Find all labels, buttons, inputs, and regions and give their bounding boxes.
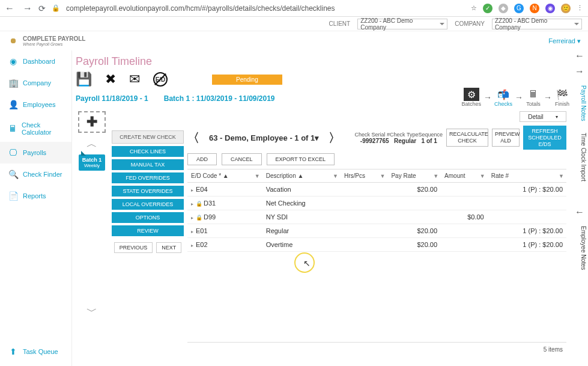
ext-icon-orange[interactable]: N <box>530 4 539 13</box>
tab-state-overrides[interactable]: STATE OVERRIDES <box>112 186 184 197</box>
step-checks[interactable]: 📬Checks <box>494 88 512 107</box>
browser-back-icon[interactable]: ← <box>5 3 14 14</box>
table-row[interactable]: ▸🔒D31Net Checking <box>187 197 566 210</box>
sidebar-item-reports[interactable]: 📄Reports <box>0 185 71 207</box>
tab-options[interactable]: OPTIONS <box>112 212 184 223</box>
table-row[interactable]: ▸E04Vacation$20.001 (P) : $20.00 <box>187 183 566 197</box>
browser-forward-icon[interactable]: → <box>23 3 32 14</box>
lock-icon: 🔒 <box>196 215 202 221</box>
filter-icon[interactable]: ▼ <box>380 173 385 179</box>
recalculate-button[interactable]: RECALCULATE CHECK <box>446 129 488 147</box>
refresh-eds-button[interactable]: REFRESH SCHEDULED E/DS <box>523 126 566 150</box>
tab-manual-tax[interactable]: MANUAL TAX <box>112 159 184 170</box>
sidebar-item-dashboard[interactable]: ◉Dashboard <box>0 50 71 72</box>
col-edcode[interactable]: E/D Code * ▲▼ <box>187 169 262 183</box>
tab-employee-notes[interactable]: Employee Notes <box>571 222 588 273</box>
tab-fed-overrides[interactable]: FED OVERRIDES <box>112 172 184 183</box>
expand-icon[interactable]: ▸ <box>191 201 193 207</box>
logo-text: COMPLETE PAYROLL <box>23 35 85 42</box>
address-bar[interactable]: completepayroll.evolutionpayroll.com/hcm… <box>66 4 465 13</box>
collapse-right-icon[interactable]: → <box>571 66 588 77</box>
expand-icon[interactable]: ▸ <box>191 243 193 248</box>
col-payrate[interactable]: Pay Rate▼ <box>387 169 441 183</box>
col-amount[interactable]: Amount▼ <box>441 169 488 183</box>
tab-time-clock-import[interactable]: Time Clock Import <box>571 129 588 185</box>
add-button[interactable]: ADD <box>187 153 217 165</box>
step-batches[interactable]: ⚙Batches <box>461 88 481 107</box>
sidebar-item-employees[interactable]: 👤Employees <box>0 94 71 115</box>
sidebar-item-payrolls[interactable]: 🖵Payrolls <box>0 142 71 163</box>
check-lines-table: E/D Code * ▲▼ Description ▲▼ Hrs/Pcs▼ Pa… <box>187 169 566 252</box>
page-title: Payroll Timeline <box>76 55 566 68</box>
ext-icon-grey[interactable]: ◆ <box>499 4 508 13</box>
filter-icon[interactable]: ▼ <box>433 173 438 179</box>
collapse-left-icon[interactable]: ← <box>571 50 588 61</box>
timeline-steps: ⚙Batches → 📬Checks → 🖩Totals → 🏁Finish <box>461 88 570 107</box>
reports-icon: 📄 <box>8 191 18 201</box>
tab-review[interactable]: REVIEW <box>112 225 184 236</box>
save-icon[interactable]: 💾 <box>76 72 92 87</box>
create-check-button[interactable]: CREATE NEW CHECK <box>112 130 184 144</box>
collapse-left-icon-2[interactable]: ← <box>571 207 588 218</box>
batch-down-icon[interactable]: ﹀ <box>86 304 97 319</box>
sidebar-item-company[interactable]: 🏢Company <box>0 72 71 94</box>
step-totals[interactable]: 🖩Totals <box>526 88 541 107</box>
employee-label: 63 - Demo, Employee - 1 of 1▾ <box>209 133 319 142</box>
employee-next-icon[interactable]: 〉 <box>329 130 341 146</box>
mail-icon[interactable]: ✉ <box>129 72 140 87</box>
client-select[interactable]: ZZ200 - ABC Demo Company <box>357 19 447 29</box>
batch-up-icon[interactable]: ︿ <box>86 136 97 151</box>
finish-icon: 🏁 <box>554 88 570 101</box>
view-mode-select[interactable]: Detail <box>520 111 566 122</box>
close-icon[interactable]: ✖ <box>105 72 116 87</box>
batch-card[interactable]: Batch 1 Weekly <box>79 154 105 171</box>
filter-icon[interactable]: ▼ <box>255 173 260 179</box>
expand-icon[interactable]: ▸ <box>191 215 193 221</box>
breadcrumb-payroll[interactable]: Payroll 11/18/2019 - 1 <box>76 94 148 103</box>
tab-payroll-notes[interactable]: Payroll Notes <box>571 82 588 124</box>
table-row[interactable]: ▸🔒D99NY SDI$0.00 <box>187 210 566 224</box>
lock-icon: 🔒 <box>196 201 202 207</box>
preview-ald-button[interactable]: PREVIEW ALD <box>492 129 520 147</box>
expand-icon[interactable]: ▸ <box>191 229 193 234</box>
previous-button[interactable]: PREVIOUS <box>114 242 153 253</box>
company-select[interactable]: ZZ200 - ABC Demo Company <box>492 19 582 29</box>
dashboard-icon: ◉ <box>8 56 18 66</box>
cursor-icon: ↖ <box>303 258 311 268</box>
expand-icon[interactable]: ▸ <box>191 188 193 193</box>
item-count: 5 items <box>187 342 566 356</box>
batch-column: ✚ ︿ Batch 1 Weekly ﹀ <box>76 111 108 356</box>
table-row[interactable]: ▸E01Regular$20.001 (P) : $20.00 <box>187 224 566 238</box>
table-row[interactable]: ▸E02Overtime$20.001 (P) : $20.00 <box>187 238 566 252</box>
sidebar-item-check-finder[interactable]: 🔍Check Finder <box>0 163 71 185</box>
user-menu[interactable]: Ferreirad ▾ <box>548 37 581 45</box>
next-button[interactable]: NEXT <box>156 242 181 253</box>
ext-icon-green[interactable]: ✓ <box>483 4 493 13</box>
export-excel-button[interactable]: EXPORT TO EXCEL <box>267 153 335 165</box>
sidebar-item-check-calculator[interactable]: 🖩Check Calculator <box>0 115 71 142</box>
tab-check-lines[interactable]: CHECK LINES <box>112 146 184 157</box>
step-finish[interactable]: 🏁Finish <box>554 88 570 107</box>
avatar-icon[interactable]: 🙂 <box>561 4 571 13</box>
add-batch-button[interactable]: ✚ <box>78 111 106 133</box>
col-description[interactable]: Description ▲▼ <box>262 169 341 183</box>
tab-local-overrides[interactable]: LOCAL OVERRIDES <box>112 199 184 210</box>
calculator-icon: 🖩 <box>8 124 17 133</box>
employees-icon: 👤 <box>8 100 18 109</box>
cancel-button[interactable]: CANCEL <box>222 153 262 165</box>
sidebar-item-task-queue[interactable]: ⬆Task Queue <box>0 341 67 362</box>
filter-icon[interactable]: ▼ <box>333 173 338 179</box>
browser-menu-icon[interactable]: ⋮ <box>577 4 583 12</box>
filter-icon[interactable]: ▼ <box>480 173 485 179</box>
employee-prev-icon[interactable]: 〈 <box>187 130 199 146</box>
ed-toggle-icon[interactable]: E/D <box>153 72 168 87</box>
col-rate[interactable]: Rate #▼ <box>488 169 566 183</box>
breadcrumb-batch[interactable]: Batch 1 : 11/03/2019 - 11/09/2019 <box>164 94 275 103</box>
ext-icon-blue[interactable]: G <box>514 4 524 13</box>
col-hrs[interactable]: Hrs/Pcs▼ <box>341 169 387 183</box>
browser-reload-icon[interactable]: ⟳ <box>38 4 46 13</box>
client-bar: CLIENT ZZ200 - ABC Demo Company COMPANY … <box>0 17 588 31</box>
filter-icon[interactable]: ▼ <box>559 173 564 179</box>
star-icon[interactable]: ☆ <box>471 4 477 12</box>
ext-icon-purple[interactable]: ◉ <box>545 4 555 13</box>
